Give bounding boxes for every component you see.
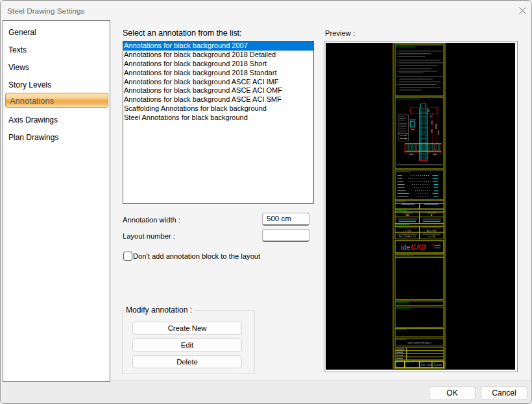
svg-text:Ao = 0.40: Ao = 0.40 (427, 230, 437, 232)
svg-text:A: A (431, 214, 433, 217)
svg-text:NA: NA (405, 214, 409, 217)
svg-text:1/50 : 1/50: 1/50 : 1/50 (421, 364, 431, 366)
svg-text:CΛD: CΛD (411, 243, 426, 251)
svg-text:6.6.2017: 6.6.2017 (434, 364, 442, 366)
svg-text:I = 1.00: I = 1.00 (404, 230, 411, 232)
svg-text:Ra = 7.0 Rd = 7.0: Ra = 7.0 Rd = 7.0 (399, 235, 416, 238)
svg-text:a = 0.30: a = 0.30 (428, 235, 435, 238)
svg-text:UNTITLED PROJECT: UNTITLED PROJECT (407, 342, 432, 344)
svg-text:ide: ide (401, 243, 411, 251)
